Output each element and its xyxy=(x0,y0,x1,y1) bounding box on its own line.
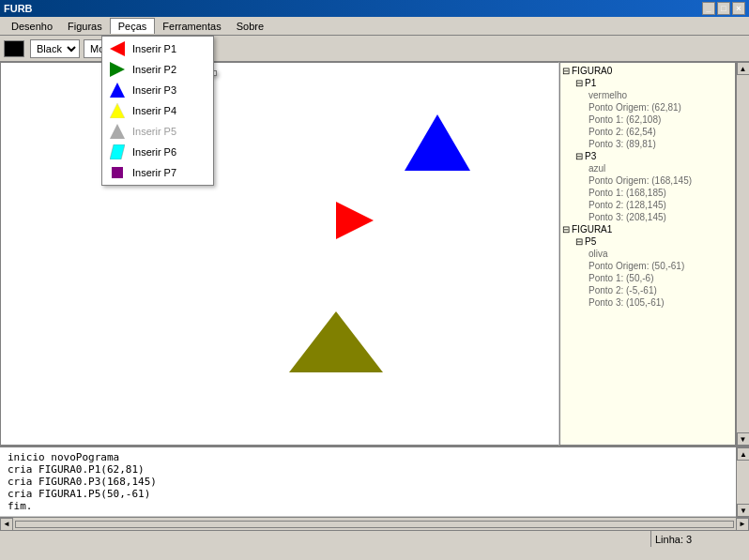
p3-icon xyxy=(110,83,125,98)
svg-marker-4 xyxy=(110,62,125,77)
statusbar-linha: Linha: 3 xyxy=(655,534,692,545)
tree-p1-p1: Ponto 1: (62,108) xyxy=(588,114,733,126)
console-vscroll-track xyxy=(737,461,749,504)
tree-vscrollbar[interactable]: ▲ ▼ xyxy=(736,62,749,446)
tree-p5: ⊟ P5 xyxy=(575,235,733,248)
canvas-area xyxy=(0,62,559,446)
tree-p3-origin: Ponto Origem: (168,145) xyxy=(588,174,733,187)
hscroll-left[interactable]: ◄ xyxy=(0,518,13,531)
statusbar-left xyxy=(4,531,651,547)
p5-icon xyxy=(110,124,125,139)
tree-p5-color: oliva xyxy=(588,248,733,260)
svg-marker-8 xyxy=(110,144,125,159)
tree-p1-p2: Ponto 2: (62,54) xyxy=(588,126,733,138)
tree-p5-label: P5 xyxy=(585,236,596,247)
p1-icon xyxy=(110,41,125,56)
close-button[interactable]: × xyxy=(732,2,745,15)
console-line-3: cria FIGURA0.P3(168,145) xyxy=(8,476,728,488)
p4-icon xyxy=(110,103,125,118)
minimize-button[interactable]: _ xyxy=(702,2,715,15)
titlebar: FURB _ □ × xyxy=(0,0,749,17)
expand-p1[interactable]: ⊟ xyxy=(575,78,583,88)
svg-rect-9 xyxy=(112,167,123,178)
menu-pecas[interactable]: Peças xyxy=(110,18,156,34)
app-title: FURB xyxy=(4,3,33,14)
svg-marker-1 xyxy=(336,202,374,239)
statusbar: Linha: 3 xyxy=(0,530,749,547)
console-hscrollbar[interactable]: ◄ ► xyxy=(0,517,749,530)
tree-p5-p3: Ponto 3: (105,-61) xyxy=(588,296,733,309)
p7-icon xyxy=(110,165,125,180)
svg-marker-5 xyxy=(110,83,125,98)
tree-p1-p3: Ponto 3: (89,81) xyxy=(588,138,733,150)
tree-p3-p1: Ponto 1: (168,185) xyxy=(588,187,733,199)
expand-figura0[interactable]: ⊟ xyxy=(562,66,570,76)
console-output: inicio novoPograma cria FIGURA0.P1(62,81… xyxy=(0,447,736,517)
p6-icon xyxy=(110,144,125,159)
tree-p3: ⊟ P3 xyxy=(575,150,733,162)
tree-p3-p2: Ponto 2: (128,145) xyxy=(588,199,733,211)
maximize-button[interactable]: □ xyxy=(717,2,730,15)
p2-icon xyxy=(110,62,125,77)
tree-p3-label: P3 xyxy=(585,151,596,161)
menubar: Desenho Figuras Peças Ferramentas Sobre xyxy=(0,17,749,36)
console-vscroll-down[interactable]: ▼ xyxy=(737,504,749,517)
inserir-p7[interactable]: Inserir P7 xyxy=(102,162,213,183)
expand-figura1[interactable]: ⊟ xyxy=(562,224,570,235)
shape-olive-triangle[interactable] xyxy=(289,311,383,372)
color-selector[interactable]: Black xyxy=(30,39,80,58)
tree-p5-origin: Ponto Origem: (50,-61) xyxy=(588,260,733,272)
inserir-p3[interactable]: Inserir P3 xyxy=(102,80,213,100)
svg-marker-3 xyxy=(110,41,125,56)
svg-marker-0 xyxy=(405,114,470,171)
console-vscrollbar[interactable]: ▲ ▼ xyxy=(736,447,749,517)
tree-p1-origin: Ponto Origem: (62,81) xyxy=(588,101,733,114)
hscroll-track xyxy=(15,521,734,528)
tree-figura0: ⊟ FIGURA0 xyxy=(562,65,733,77)
hscroll-right[interactable]: ► xyxy=(736,518,749,531)
expand-p3[interactable]: ⊟ xyxy=(575,151,583,161)
tree-p1-color: vermelho xyxy=(588,89,733,101)
console-vscroll-up[interactable]: ▲ xyxy=(737,447,749,461)
tree-p3-p3: Ponto 3: (208,145) xyxy=(588,211,733,223)
pecas-dropdown: Inserir P1 Inserir P2 Inserir P3 Inserir… xyxy=(101,36,214,186)
tree-p1-label: P1 xyxy=(585,78,596,88)
console-line-1: inicio novoPograma xyxy=(8,451,728,463)
svg-marker-6 xyxy=(110,103,125,118)
menu-figuras[interactable]: Figuras xyxy=(60,19,110,34)
menu-sobre[interactable]: Sobre xyxy=(229,19,271,34)
tree-figura1-label: FIGURA1 xyxy=(572,224,612,235)
tree-figura0-label: FIGURA0 xyxy=(572,66,612,76)
statusbar-right: Linha: 3 xyxy=(651,534,745,545)
console-line-4: cria FIGURA1.P5(50,-61) xyxy=(8,488,728,500)
console-line-2: cria FIGURA0.P1(62,81) xyxy=(8,463,728,476)
inserir-p4[interactable]: Inserir P4 xyxy=(102,100,213,121)
vscroll-up[interactable]: ▲ xyxy=(737,62,750,75)
tree-panel: ⊟ FIGURA0 ⊟ P1 vermelho Ponto Origem: (6… xyxy=(559,62,736,446)
inserir-p1[interactable]: Inserir P1 xyxy=(102,38,213,59)
color-swatch xyxy=(4,40,24,57)
tree-p5-p1: Ponto 1: (50,-6) xyxy=(588,272,733,284)
inserir-p2[interactable]: Inserir P2 xyxy=(102,59,213,80)
console-wrapper: inicio novoPograma cria FIGURA0.P1(62,81… xyxy=(0,446,749,530)
shape-blue-triangle[interactable] xyxy=(405,114,470,171)
inserir-p6[interactable]: Inserir P6 xyxy=(102,142,213,162)
console-line-5: fim. xyxy=(8,500,728,512)
menu-ferramentas[interactable]: Ferramentas xyxy=(155,19,228,34)
tree-p3-color: azul xyxy=(588,162,733,174)
tree-p5-p2: Ponto 2: (-5,-61) xyxy=(588,284,733,296)
menu-desenho[interactable]: Desenho xyxy=(4,19,60,34)
shape-red-triangle[interactable] xyxy=(336,202,374,239)
inserir-p5: Inserir P5 xyxy=(102,121,213,142)
svg-marker-2 xyxy=(289,311,383,372)
tree-p1: ⊟ P1 xyxy=(575,77,733,89)
vscroll-track-top xyxy=(738,75,749,432)
tree-figura1: ⊟ FIGURA1 xyxy=(562,223,733,235)
expand-p5[interactable]: ⊟ xyxy=(575,236,583,247)
svg-marker-7 xyxy=(110,124,125,139)
vscroll-down[interactable]: ▼ xyxy=(737,432,750,446)
titlebar-controls: _ □ × xyxy=(702,2,745,15)
